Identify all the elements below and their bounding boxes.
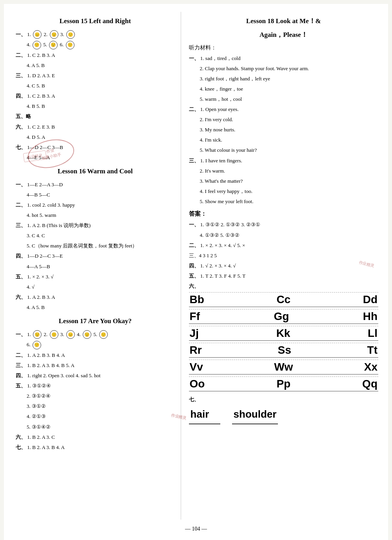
- l17-s6: 🙂: [33, 341, 41, 349]
- lesson17-section7: 七、 1. B 2. A 3. B 4. A: [16, 443, 175, 452]
- l17-s5: 🙂: [99, 330, 108, 339]
- smiley-6: 🙂: [66, 41, 74, 49]
- lesson17-section3: 三、 1. B 2. A 3. B 4. B 5. A: [16, 361, 175, 370]
- lesson17-s5-r2: 2. ③①②④: [16, 392, 175, 400]
- lesson15-section1: 一、 1. 😐 2. 😟 3. 🙂: [16, 30, 175, 39]
- listen3-2: 2. It's warm.: [189, 167, 378, 175]
- lesson17-s5-r5: 5. ③①④②: [16, 423, 175, 431]
- lesson15-section7: 七、 1—D 2—C 3—B: [16, 143, 175, 152]
- listening-sec1: 一、 1. sad，tired，cold: [189, 54, 378, 63]
- answer-sec7-label: 七、: [189, 395, 378, 404]
- answer-sec5: 五、 1. T 2. T 3. F 4. F 5. T: [189, 272, 378, 280]
- lesson16-section1: 一、 1—E 2—A 3—D: [16, 180, 175, 189]
- smiley-3-label: 3.: [60, 31, 65, 37]
- answer-sec4: 四、 1. √ 2. × 3. × 4. √: [189, 262, 378, 270]
- lesson17-title: Lesson 17 Are You Okay?: [16, 316, 175, 327]
- lesson16-section3-row2: 3. C 4. C: [16, 231, 175, 240]
- smiley-4: 🙂: [33, 41, 41, 49]
- smiley-6-label: 6.: [60, 42, 65, 47]
- word-hair: hair: [189, 405, 220, 424]
- smiley-2-label: 2.: [44, 31, 49, 37]
- answer-sec1-row2: 4. ①③② 5. ①③②: [189, 231, 378, 240]
- lesson15-title: Lesson 15 Left and Right: [16, 16, 175, 27]
- lesson15-section2: 二、 1. C 2. B 3. A: [16, 51, 175, 60]
- listen1-3: 3. right foot，right hand，left eye: [189, 75, 378, 83]
- lesson17-section2: 二、 1. A 2. B 3. B 4. A: [16, 351, 175, 360]
- lesson16-section6: 六、 1. A 2. B 3. A: [16, 293, 175, 302]
- lesson16-section4-row2: 4—A 5—B: [16, 262, 175, 271]
- letter-row-2: Ff Gg Hh: [189, 309, 378, 324]
- lesson15-section7-row2: 4—E 5—A: [16, 153, 175, 162]
- listen1-2: 2. Clap your hands. Stamp your foot. Wav…: [189, 64, 378, 73]
- lesson17-s5-r4: 4. ②①③: [16, 412, 175, 421]
- lesson16-section4: 四、 1—D 2—C 3—E: [16, 252, 175, 260]
- right-column: Lesson 18 Look at Me！& Again，Please！ 听力材…: [181, 12, 384, 520]
- listen2-5: 5. What colour is your hair?: [189, 146, 378, 155]
- lesson16-section3-row3: 5. C（how many 后跟名词复数，foot 复数为 feet）: [16, 242, 175, 250]
- smiley-1: 😐: [33, 30, 42, 39]
- lesson16-section2-row2: 4. hot 5. warm: [16, 211, 175, 220]
- smiley-3: 🙂: [66, 30, 75, 39]
- page-number: — 104 —: [8, 526, 384, 532]
- lesson15-section3: 三、 1. D 2. A 3. E: [16, 71, 175, 80]
- lesson16-section3: 三、 1. A 2. B (This is 说明为单数): [16, 221, 175, 230]
- l17-s3: 😐: [66, 330, 75, 339]
- l17-s1: 😟: [33, 330, 42, 339]
- listen3-5: 5. Show me your left foot.: [189, 197, 378, 206]
- lesson17-section5: 五、 1. ③①②④: [16, 382, 175, 390]
- lesson16-section5: 五、 1. × 2. × 3. √: [16, 273, 175, 281]
- lesson17-section6: 六、 1. B 2. A 3. C: [16, 433, 175, 442]
- writing-words: hair shoulder: [189, 405, 378, 424]
- lesson16-title: Lesson 16 Warm and Cool: [16, 166, 175, 177]
- listen2-3: 3. My nose hurts.: [189, 125, 378, 134]
- smiley-5: 😟: [49, 41, 58, 49]
- answer-sec3: 三、4 3 1 2 5: [189, 251, 378, 260]
- smiley-2: 😟: [50, 30, 58, 39]
- lesson16-section2: 二、 1. cool 2. cold 3. happy: [16, 201, 175, 209]
- lesson17-section4: 四、 1. right 2. Open 3. cool 4. sad 5. ho…: [16, 371, 175, 380]
- lesson17-s5-r3: 3. ③①②: [16, 402, 175, 411]
- letter-row-4: Rr Ss Tt: [189, 343, 378, 358]
- lesson16-section5-row2: 4. √: [16, 283, 175, 291]
- lesson16-section6-row2: 4. A 5. B: [16, 303, 175, 312]
- l17-s4: 😟: [83, 330, 91, 339]
- lesson17-section1: 一、 1. 😟 2. 🙂 3. 😐 4. 😟 5. 🙂: [16, 330, 175, 339]
- lesson18-title2: Again，Please！: [189, 29, 378, 41]
- answer-sec1: 一、 1. ③①② 2. ①③② 3. ②③①: [189, 220, 378, 229]
- answer-sec2: 二、 1. × 2. × 3. × 4. √ 5. ×: [189, 241, 378, 250]
- page: Lesson 15 Left and Right 一、 1. 😐 2. 😟 3.…: [4, 4, 388, 540]
- lesson16-section1-row2: 4—B 5—C: [16, 191, 175, 199]
- word-shoulder: shoulder: [232, 405, 278, 424]
- listening-sec3: 三、 1. I have ten fingers.: [189, 156, 378, 165]
- listen2-4: 4. I'm sick.: [189, 136, 378, 144]
- smiley-4-label: 4.: [27, 42, 32, 47]
- lesson15-section3-row2: 4. C 5. B: [16, 82, 175, 90]
- left-column: Lesson 15 Left and Right 一、 1. 😐 2. 😟 3.…: [8, 12, 181, 520]
- listen1-5: 5. warm，hot，cool: [189, 95, 378, 104]
- smiley-1-label: 1.: [27, 31, 32, 37]
- letter-row-1: Bb Cc Dd: [189, 292, 378, 307]
- answer-label: 答案：: [189, 209, 378, 219]
- listening-label: 听力材料：: [189, 43, 378, 53]
- section-label: 一、: [16, 31, 26, 37]
- lesson15-section6-row2: 4. D 5. A: [16, 133, 175, 142]
- letter-section: Bb Cc Dd Ff Gg Hh Jj Kk Ll Rr: [189, 292, 378, 391]
- listen3-3: 3. What's the matter?: [189, 177, 378, 185]
- letter-row-3: Jj Kk Ll: [189, 326, 378, 341]
- lesson18-title1: Lesson 18 Look at Me！&: [189, 16, 378, 27]
- lesson15-section5: 五、略: [16, 112, 175, 121]
- lesson15-section1-row2: 4. 🙂 5. 😟 6. 🙂: [16, 40, 175, 49]
- l17-s2: 🙂: [50, 330, 58, 339]
- listen1-4: 4. knee，finger，toe: [189, 85, 378, 93]
- listening-sec2: 二、 1. Open your eyes.: [189, 105, 378, 114]
- listen3-4: 4. I feel very happy，too.: [189, 187, 378, 196]
- answer-sec6-label: 六、: [189, 282, 378, 291]
- lesson15-section4: 四、 1. C 2. B 3. A: [16, 92, 175, 100]
- lesson15-section2-row2: 4. A 5. B: [16, 61, 175, 70]
- letter-row-6: Oo Pp Qq: [189, 376, 378, 391]
- lesson15-section6: 六、 1. C 2. E 3. B: [16, 123, 175, 131]
- lesson17-section1-row2: 6. 🙂: [16, 340, 175, 349]
- letter-row-5: Vv Ww Xx: [189, 360, 378, 375]
- lesson15-section4-row2: 4. B 5. B: [16, 102, 175, 111]
- listen2-2: 2. I'm very cold.: [189, 115, 378, 124]
